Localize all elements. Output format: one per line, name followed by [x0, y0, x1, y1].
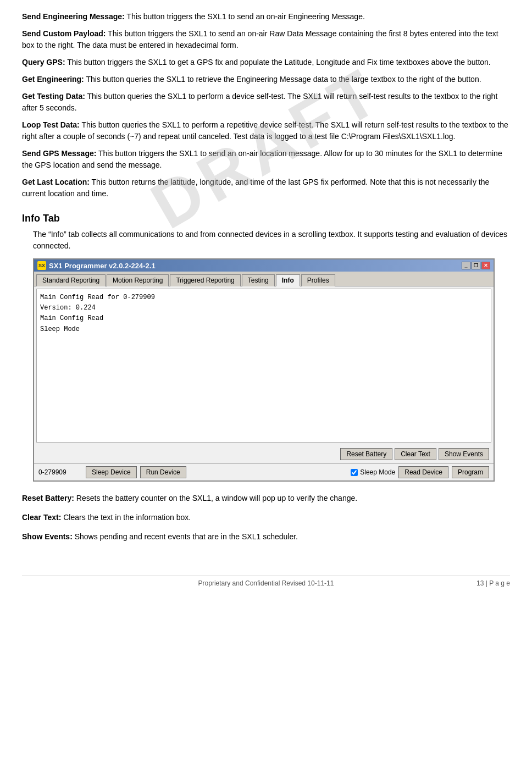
read-device-button[interactable]: Read Device [398, 466, 448, 478]
desc-paragraphs: Reset Battery: Resets the battery counte… [22, 493, 510, 543]
program-button[interactable]: Program [452, 466, 489, 478]
tab-bar: Standard ReportingMotion ReportingTrigge… [34, 272, 494, 286]
tab-testing[interactable]: Testing [242, 274, 275, 286]
titlebar-buttons[interactable]: _ ❐ ✕ [462, 262, 490, 269]
reset-battery-button[interactable]: Reset Battery [340, 448, 392, 460]
sleep-mode-checkbox[interactable] [351, 469, 358, 476]
tab-info[interactable]: Info [276, 274, 300, 286]
tab-profiles[interactable]: Profiles [301, 274, 335, 286]
status-bar: 0-279909 Sleep Device Run Device Sleep M… [34, 463, 494, 480]
titlebar-left: SX SX1 Programmer v2.0.2-224-2.1 [37, 261, 156, 270]
log-line: Main Config Read for 0-279909 [40, 292, 487, 303]
sleep-mode-checkbox-row[interactable]: Sleep Mode [351, 468, 395, 476]
restore-button[interactable]: ❐ [472, 262, 480, 269]
tab-standard-reporting[interactable]: Standard Reporting [36, 274, 106, 286]
app-window: SX SX1 Programmer v2.0.2-224-2.1 _ ❐ ✕ S… [33, 258, 495, 482]
page-number: 13 | P a g e [388, 579, 510, 587]
footer-text: Proprietary and Confidential Revised 10-… [144, 579, 388, 587]
clear-text-button[interactable]: Clear Text [395, 448, 436, 460]
reset-battery-desc-para: Reset Battery: Resets the battery counte… [22, 493, 510, 504]
section-intro: The “Info” tab collects all communicatio… [33, 229, 510, 252]
send-custom-payload-para: Send Custom Payload: This button trigger… [22, 28, 510, 51]
app-icon: SX [37, 261, 46, 270]
minimize-button[interactable]: _ [462, 262, 470, 269]
loop-test-data-para: Loop Test Data: This button queries the … [22, 119, 510, 142]
sleep-mode-label: Sleep Mode [360, 468, 395, 476]
section-heading: Info Tab [22, 213, 510, 224]
bottom-button-bar: Reset Battery Clear Text Show Events [34, 445, 494, 463]
send-gps-message-para: Send GPS Message: This button triggers t… [22, 148, 510, 171]
get-engineering-para: Get Engineering: This button queries the… [22, 74, 510, 85]
clear-text-desc-para: Clear Text: Clears the text in the infor… [22, 512, 510, 523]
get-last-location-para: Get Last Location: This button returns t… [22, 176, 510, 200]
window-title: SX1 Programmer v2.0.2-224-2.1 [49, 262, 156, 270]
close-button[interactable]: ✕ [481, 262, 490, 269]
query-gps-para: Query GPS: This button triggers the SXL1… [22, 57, 510, 68]
window-titlebar: SX SX1 Programmer v2.0.2-224-2.1 _ ❐ ✕ [34, 259, 494, 272]
show-events-desc-para: Show Events: Shows pending and recent ev… [22, 531, 510, 543]
show-events-button[interactable]: Show Events [439, 448, 489, 460]
tab-motion-reporting[interactable]: Motion Reporting [107, 274, 169, 286]
tab-triggered-reporting[interactable]: Triggered Reporting [170, 274, 240, 286]
get-testing-data-para: Get Testing Data: This button queries th… [22, 91, 510, 114]
log-content-area[interactable]: Main Config Read for 0-279909Version: 0.… [36, 289, 491, 443]
run-device-button[interactable]: Run Device [140, 466, 186, 478]
log-line: Version: 0.224 [40, 303, 487, 313]
send-engineering-message-para: Send Engineering Message: This button tr… [22, 11, 510, 23]
sleep-device-button[interactable]: Sleep Device [86, 466, 137, 478]
body-paragraphs: Send Engineering Message: This button tr… [22, 11, 510, 200]
device-id-label: 0-279909 [38, 468, 82, 476]
log-line: Sleep Mode [40, 324, 487, 335]
log-line: Main Config Read [40, 313, 487, 324]
